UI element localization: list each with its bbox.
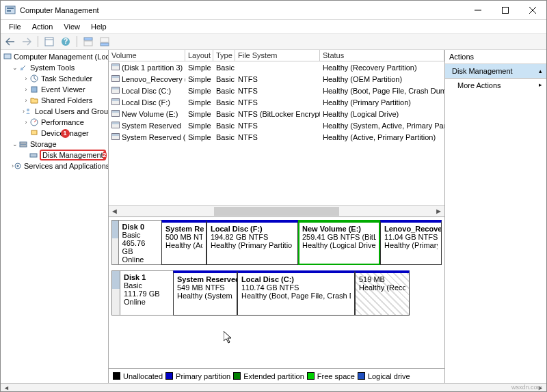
- swatch-primary: [165, 372, 173, 380]
- title-bar: Computer Management: [1, 1, 546, 20]
- volume-icon: [111, 98, 120, 105]
- svg-point-16: [21, 68, 23, 70]
- svg-rect-21: [31, 130, 37, 135]
- volume-icon: [111, 87, 120, 94]
- properties-icon[interactable]: [42, 35, 56, 48]
- tree-hscrollbar[interactable]: ◄ ►: [1, 383, 546, 391]
- svg-rect-7: [45, 38, 53, 46]
- partition[interactable]: 519 MBHealthy (Recovery: [355, 270, 410, 316]
- swatch-logical: [358, 372, 365, 380]
- volume-row[interactable]: New Volume (E:)SimpleBasicNTFS (BitLocke…: [109, 108, 444, 120]
- swatch-extended: [233, 372, 241, 380]
- forward-button[interactable]: [20, 35, 34, 48]
- volume-header: Volume Layout Type File System Status: [109, 50, 444, 61]
- partition[interactable]: Local Disc (C:)110.74 GB NTFSHealthy (Bo…: [237, 270, 355, 316]
- disk-row: Disk 0Basic465.76 GBOnlineSystem Re500 M…: [111, 220, 442, 265]
- volume-icon: [111, 110, 120, 117]
- more-actions[interactable]: More Actions: [445, 79, 546, 92]
- partition[interactable]: New Volume (E:)259.41 GB NTFS (BitLockHe…: [298, 220, 380, 265]
- volume-row[interactable]: Local Disc (C:)SimpleBasicNTFSHealthy (B…: [109, 85, 444, 96]
- nav-tree[interactable]: Computer Management (Local ⌄System Tools…: [1, 50, 109, 383]
- perf-icon: [29, 117, 39, 127]
- svg-rect-22: [20, 142, 27, 144]
- tree-local-users[interactable]: ›Local Users and Groups: [2, 106, 107, 117]
- col-volume[interactable]: Volume: [109, 50, 185, 61]
- menu-bar: File Action View Help: [1, 20, 546, 33]
- scroll-left-icon[interactable]: ◄: [109, 207, 120, 215]
- disk-graphical-view[interactable]: Disk 0Basic465.76 GBOnlineSystem Re500 M…: [109, 217, 444, 368]
- disk-icon: [111, 270, 120, 316]
- annotation-badge-2: 2: [103, 151, 107, 160]
- tree-storage[interactable]: ⌄Storage: [2, 139, 107, 150]
- maximize-button[interactable]: [492, 1, 519, 20]
- view-top-icon[interactable]: [81, 35, 95, 48]
- tree-services-apps[interactable]: ›Services and Applications: [2, 160, 107, 171]
- volume-row[interactable]: Local Disc (F:)SimpleBasicNTFSHealthy (P…: [109, 96, 444, 108]
- computer-icon: [3, 52, 12, 61]
- volume-icon: [111, 64, 120, 70]
- clock-icon: [29, 74, 39, 83]
- svg-text:?: ?: [64, 37, 68, 45]
- tree-disk-management[interactable]: Disk Management2: [2, 150, 107, 160]
- menu-action[interactable]: Action: [27, 21, 59, 32]
- menu-file[interactable]: File: [3, 21, 27, 32]
- tree-root[interactable]: Computer Management (Local: [2, 51, 107, 62]
- help-icon[interactable]: ?: [59, 35, 72, 48]
- tree-performance[interactable]: ›Performance: [2, 117, 107, 128]
- disk-info[interactable]: Disk 0Basic465.76 GBOnline: [118, 220, 161, 265]
- watermark: wsxdn.com: [511, 384, 542, 391]
- col-status[interactable]: Status: [320, 50, 444, 61]
- swatch-unallocated: [113, 372, 120, 380]
- device-icon: [29, 128, 39, 138]
- svg-rect-4: [503, 7, 509, 13]
- minimize-button[interactable]: [464, 1, 492, 20]
- volume-row[interactable]: System Reserved (D:)SimpleBasicNTFSHealt…: [109, 131, 444, 143]
- tree-device-manager[interactable]: Device 1nager: [2, 128, 107, 139]
- disk-icon: [111, 220, 118, 265]
- window-title: Computer Management: [20, 6, 99, 14]
- legend: Unallocated Primary partition Extended p…: [109, 368, 444, 383]
- volume-row[interactable]: Lenovo_Recovery (G:)SimpleBasicNTFSHealt…: [109, 73, 444, 85]
- view-bottom-icon[interactable]: [98, 35, 111, 48]
- volume-row[interactable]: (Disk 1 partition 3)SimpleBasicHealthy (…: [109, 61, 444, 73]
- users-icon: [25, 107, 33, 116]
- menu-help[interactable]: Help: [85, 21, 112, 32]
- partition[interactable]: System Re500 MB NTIHealthy (Ac: [161, 220, 206, 265]
- scroll-right-icon[interactable]: ►: [433, 207, 444, 215]
- volume-icon: [111, 122, 120, 128]
- svg-point-19: [27, 109, 29, 111]
- actions-selected[interactable]: Disk Management: [445, 64, 546, 79]
- tree-task-scheduler[interactable]: ›Task Scheduler: [2, 73, 107, 84]
- partition[interactable]: Local Disc (F:)194.82 GB NTFSHealthy (Pr…: [206, 220, 298, 265]
- svg-rect-24: [30, 154, 37, 157]
- col-type[interactable]: Type: [213, 50, 235, 61]
- event-icon: [29, 85, 39, 94]
- services-icon: [14, 161, 22, 171]
- volume-list[interactable]: Volume Layout Type File System Status (D…: [109, 50, 444, 217]
- svg-rect-2: [7, 10, 11, 12]
- close-button[interactable]: [519, 1, 546, 20]
- scrollbar-thumb[interactable]: [214, 207, 339, 216]
- svg-rect-15: [4, 54, 11, 59]
- col-filesystem[interactable]: File System: [235, 50, 320, 61]
- swatch-free: [307, 372, 315, 380]
- svg-rect-11: [84, 38, 92, 40]
- tree-system-tools[interactable]: ⌄System Tools: [2, 62, 107, 73]
- back-button[interactable]: [3, 35, 17, 48]
- col-layout[interactable]: Layout: [185, 50, 213, 61]
- disk-info[interactable]: Disk 1Basic111.79 GBOnline: [120, 270, 173, 316]
- list-hscrollbar[interactable]: ◄ ►: [109, 205, 444, 216]
- partition[interactable]: Lenovo_Recovery11.04 GB NTFSHealthy (Pri…: [380, 220, 442, 265]
- tree-shared-folders[interactable]: ›Shared Folders: [2, 95, 107, 106]
- toolbar: ?: [1, 33, 546, 50]
- disk-row: Disk 1Basic111.79 GBOnlineSystem Reserve…: [111, 270, 442, 316]
- annotation-badge-1: 1: [61, 129, 70, 138]
- svg-rect-18: [31, 87, 37, 92]
- partition[interactable]: System Reserved549 MB NTFSHealthy (Syste…: [173, 270, 237, 316]
- scroll-left-icon[interactable]: ◄: [1, 384, 12, 391]
- svg-rect-14: [101, 43, 109, 46]
- volume-row[interactable]: System ReservedSimpleBasicNTFSHealthy (S…: [109, 120, 444, 131]
- menu-view[interactable]: View: [58, 21, 85, 32]
- svg-rect-1: [7, 8, 14, 9]
- tree-event-viewer[interactable]: ›Event Viewer: [2, 84, 107, 95]
